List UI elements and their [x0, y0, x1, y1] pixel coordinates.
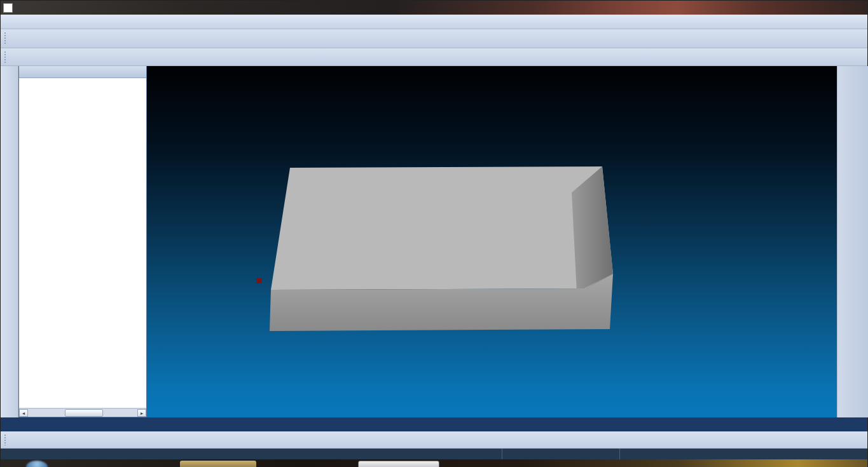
right-toolbar — [837, 66, 868, 417]
right-toolbar-col1 — [837, 66, 853, 417]
toolbar-row-2 — [1, 48, 867, 66]
start-orb[interactable] — [26, 461, 48, 467]
scroll-left-button[interactable]: ◂ — [19, 409, 28, 417]
main-area: ◂ ▸ — [1, 66, 867, 417]
scroll-thumb[interactable] — [65, 409, 103, 417]
left-toolbar — [1, 66, 18, 417]
viewport-3d[interactable] — [147, 66, 837, 417]
scroll-right-button[interactable]: ▸ — [137, 409, 146, 417]
title-bar — [1, 1, 867, 15]
trajectory-manager-panel: ◂ ▸ — [18, 66, 147, 417]
taskbar-button-1[interactable] — [180, 461, 256, 467]
app-icon — [3, 3, 13, 13]
right-toolbar-col2 — [853, 66, 868, 417]
taskbar-button-2[interactable] — [358, 461, 439, 467]
panel-tabs — [1, 417, 867, 431]
toolbar-bottom — [1, 431, 867, 449]
machining-tree — [19, 78, 146, 408]
application-window: ◂ ▸ — [0, 0, 868, 467]
leadin-curl-left — [262, 211, 268, 224]
tool-state-label — [502, 449, 619, 459]
stock-model — [270, 166, 613, 331]
os-taskbar — [1, 459, 867, 467]
cursor-coordinates — [619, 449, 718, 459]
menu-bar — [1, 15, 867, 29]
scroll-track[interactable] — [28, 409, 137, 417]
panel-hscrollbar[interactable]: ◂ ▸ — [19, 408, 146, 417]
leadin-curl-left-green — [264, 219, 269, 233]
status-bar — [1, 449, 867, 459]
panel-header — [19, 66, 146, 78]
toolbar-row-1 — [1, 29, 867, 48]
